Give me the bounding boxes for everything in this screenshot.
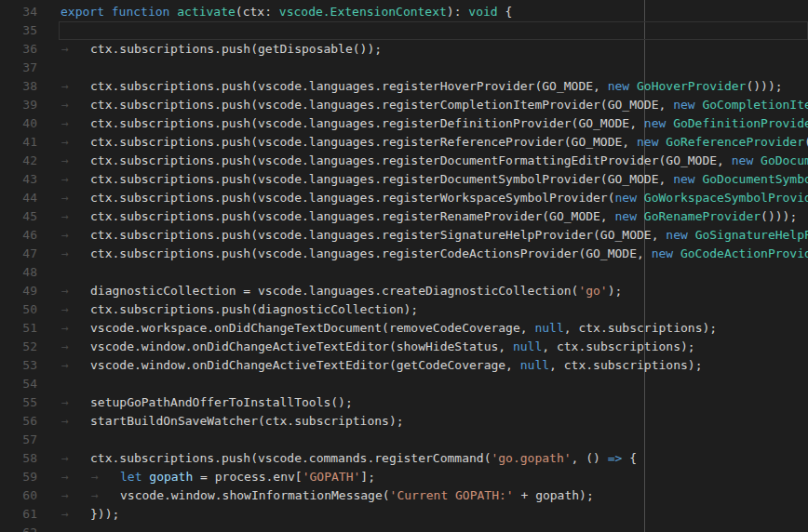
code-token: 'go' <box>578 284 607 298</box>
line-number[interactable]: 45 <box>0 207 37 226</box>
code-line[interactable]: 53→vscode.window.onDidChangeActiveTextEd… <box>0 356 808 375</box>
gutter: 44 <box>0 189 59 207</box>
code-editor[interactable]: 34export function activate(ctx: vscode.E… <box>0 0 808 532</box>
code-line[interactable]: 42→ctx.subscriptions.push(vscode.languag… <box>0 152 808 170</box>
code-token: GoCodeActionProvide <box>680 246 808 260</box>
line-number[interactable]: 62 <box>0 524 37 532</box>
line-number[interactable]: 52 <box>0 338 37 356</box>
line-number[interactable]: 37 <box>0 59 37 77</box>
tab-whitespace-icon: → <box>61 170 69 189</box>
code-token: ctx.subscriptions.push(getDisposable()); <box>90 42 382 56</box>
gutter: 60 <box>0 486 59 505</box>
code-line[interactable]: 34export function activate(ctx: vscode.E… <box>0 3 808 21</box>
code-line[interactable]: 43→ctx.subscriptions.push(vscode.languag… <box>0 170 808 189</box>
code-line[interactable]: 60→→vscode.window.showInformationMessage… <box>0 486 808 505</box>
code-token <box>629 79 637 93</box>
code-line[interactable]: 36→ctx.subscriptions.push(getDisposable(… <box>0 40 808 59</box>
line-number[interactable]: 43 <box>0 170 37 189</box>
code-line[interactable]: 45→ctx.subscriptions.push(vscode.languag… <box>0 207 808 226</box>
code-line[interactable]: 44→ctx.subscriptions.push(vscode.languag… <box>0 189 808 207</box>
line-number[interactable]: 56 <box>0 412 37 431</box>
line-number[interactable]: 49 <box>0 282 37 300</box>
line-number[interactable]: 41 <box>0 133 37 152</box>
code-line[interactable]: 37 <box>0 59 808 77</box>
code-token: new <box>732 153 753 167</box>
line-number[interactable]: 61 <box>0 505 37 524</box>
code-line[interactable]: 51→vscode.workspace.onDidChangeTextDocum… <box>0 319 808 338</box>
code-line[interactable]: 47→ctx.subscriptions.push(vscode.languag… <box>0 245 808 263</box>
line-number[interactable]: 58 <box>0 449 37 468</box>
gutter: 37 <box>0 59 59 77</box>
line-number[interactable]: 46 <box>0 226 37 245</box>
tab-whitespace-icon: → <box>61 77 69 96</box>
tab-whitespace-icon: → <box>61 505 69 524</box>
code-line-content <box>59 431 808 449</box>
tab-whitespace-icon: → <box>61 338 69 356</box>
code-token <box>637 191 644 205</box>
code-token: ctx.subscriptions.push(diagnosticCollect… <box>90 302 418 316</box>
code-line[interactable]: 49→diagnosticCollection = vscode.languag… <box>0 282 808 300</box>
code-line[interactable]: 50→ctx.subscriptions.push(diagnosticColl… <box>0 300 808 319</box>
line-number[interactable]: 44 <box>0 189 37 207</box>
code-line[interactable]: 35 <box>0 21 808 40</box>
code-line[interactable]: 58→ctx.subscriptions.push(vscode.command… <box>0 449 808 468</box>
line-number[interactable]: 55 <box>0 393 37 412</box>
code-line[interactable]: 46→ctx.subscriptions.push(vscode.languag… <box>0 226 808 245</box>
code-line[interactable]: 52→vscode.window.onDidChangeActiveTextEd… <box>0 338 808 356</box>
line-number[interactable]: 38 <box>0 77 37 96</box>
line-number[interactable]: 54 <box>0 375 37 393</box>
code-token: })); <box>90 507 119 521</box>
code-text: vscode.window.onDidChangeActiveTextEdito… <box>90 338 695 356</box>
code-token: , ctx.subscriptions); <box>549 358 702 372</box>
code-line[interactable]: 38→ctx.subscriptions.push(vscode.languag… <box>0 77 808 96</box>
code-token: GoWorkspaceSymbolProvide <box>644 191 808 205</box>
gutter: 51 <box>0 319 59 338</box>
code-line[interactable]: 41→ctx.subscriptions.push(vscode.languag… <box>0 133 808 152</box>
line-number[interactable]: 40 <box>0 114 37 133</box>
line-number[interactable]: 42 <box>0 152 37 170</box>
line-number[interactable]: 51 <box>0 319 37 338</box>
tab-whitespace-icon: → <box>61 468 69 486</box>
code-line[interactable]: 61→})); <box>0 505 808 524</box>
line-number[interactable]: 53 <box>0 356 37 375</box>
gutter: 56 <box>0 412 59 431</box>
code-text: setupGoPathAndOfferToInstallTools(); <box>90 393 353 412</box>
code-token: (ctx: <box>236 5 279 19</box>
code-line-content: →→vscode.window.showInformationMessage('… <box>59 486 808 505</box>
code-line[interactable]: 40→ctx.subscriptions.push(vscode.languag… <box>0 114 808 133</box>
tab-whitespace-icon: → <box>61 486 69 505</box>
line-number[interactable]: 59 <box>0 468 37 486</box>
code-token: GoSignatureHelpPr <box>695 228 808 242</box>
code-token: diagnosticCollection = vscode.languages.… <box>90 284 578 298</box>
code-line[interactable]: 39→ctx.subscriptions.push(vscode.languag… <box>0 96 808 114</box>
line-number[interactable]: 47 <box>0 245 37 263</box>
code-line[interactable]: 57 <box>0 431 808 449</box>
line-number[interactable]: 35 <box>0 21 37 40</box>
code-text: ctx.subscriptions.push(vscode.languages.… <box>90 189 808 207</box>
line-number[interactable]: 48 <box>0 263 37 282</box>
code-line[interactable]: 55→setupGoPathAndOfferToInstallTools(); <box>0 393 808 412</box>
line-number[interactable]: 60 <box>0 486 37 505</box>
line-number[interactable]: 50 <box>0 300 37 319</box>
gutter: 39 <box>0 96 59 114</box>
code-line-content <box>59 59 808 77</box>
code-line[interactable]: 48 <box>0 263 808 282</box>
line-number[interactable]: 39 <box>0 96 37 114</box>
line-number[interactable]: 36 <box>0 40 37 59</box>
line-number[interactable]: 34 <box>0 3 37 21</box>
code-line[interactable]: 62 <box>0 524 808 532</box>
line-number[interactable]: 57 <box>0 431 37 449</box>
gutter: 35 <box>0 21 59 40</box>
code-line-content: →ctx.subscriptions.push(vscode.languages… <box>59 207 808 226</box>
code-line[interactable]: 56→startBuildOnSaveWatcher(ctx.subscript… <box>0 412 808 431</box>
code-line[interactable]: 54 <box>0 375 808 393</box>
code-token: ctx.subscriptions.push(vscode.languages.… <box>90 79 608 93</box>
code-text: ctx.subscriptions.push(getDisposable()); <box>90 40 382 59</box>
tab-whitespace-icon: → <box>61 96 69 114</box>
code-line-content: →ctx.subscriptions.push(vscode.languages… <box>59 152 808 170</box>
code-token: GoRenameProvider <box>644 209 761 223</box>
code-token: export function <box>61 5 177 19</box>
code-line[interactable]: 59→→let gopath = process.env['GOPATH']; <box>0 468 808 486</box>
code-token: gopath <box>149 470 193 484</box>
code-text: ctx.subscriptions.push(vscode.languages.… <box>90 245 808 263</box>
